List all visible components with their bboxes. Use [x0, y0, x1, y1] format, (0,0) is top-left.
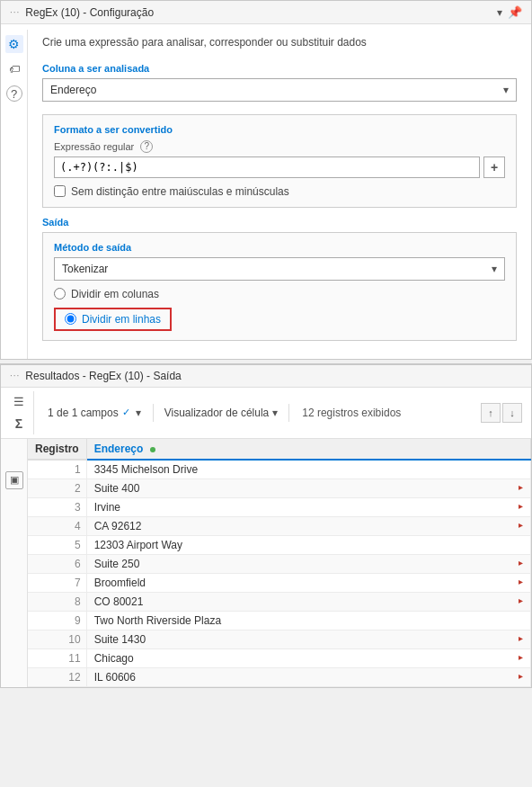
format-section-label: Formato a ser convertido [54, 124, 505, 135]
sort-arrows: ↑ ↓ [481, 403, 522, 423]
top-panel: ··· RegEx (10) - Configuração ▾ 📌 ⚙ 🏷 ? … [0, 0, 532, 360]
row-address: IL 60606▸ [86, 667, 530, 686]
row-address: 12303 Airport Way [86, 535, 530, 554]
row-number: 10 [28, 630, 86, 648]
case-insensitive-row: Sem distinção entre maiúsculas e minúscu… [54, 185, 505, 198]
truncate-icon: ▸ [519, 671, 523, 681]
fields-chevron-icon: ▾ [136, 407, 141, 419]
row-number: 12 [28, 667, 86, 686]
tag-sidebar-icon[interactable]: 🏷 [5, 60, 23, 78]
table-row[interactable]: 12IL 60606▸ [28, 667, 531, 686]
output-section: Saída Método de saída Tokenizar ▾ Dividi… [42, 217, 517, 341]
table-row[interactable]: 13345 Michelson Drive [28, 460, 531, 479]
table-row[interactable]: 11Chicago▸ [28, 648, 531, 667]
table-row[interactable]: 3Irvine▸ [28, 497, 531, 516]
row-address: Chicago▸ [86, 648, 530, 667]
row-number: 5 [28, 535, 86, 554]
method-dropdown-icon: ▾ [492, 263, 497, 275]
fields-check-icon: ✓ [122, 407, 130, 418]
radio-lines-label: Dividir em linhas [82, 313, 161, 326]
regex-label-row: Expressão regular ? [54, 140, 505, 153]
sort-up-button[interactable]: ↑ [481, 403, 501, 423]
regex-label: Expressão regular [54, 141, 134, 152]
truncate-icon: ▸ [519, 482, 523, 492]
help-sidebar-icon[interactable]: ? [6, 85, 22, 102]
row-address: Irvine▸ [86, 497, 530, 516]
records-count-badge: 12 registros exibidos [295, 405, 408, 421]
row-address: CA 92612▸ [86, 516, 530, 535]
row-number: 11 [28, 648, 86, 667]
radio-split-lines: Dividir em linhas [54, 308, 505, 331]
format-section: Formato a ser convertido Expressão regul… [42, 114, 517, 208]
left-icons-col: ☰ Σ [10, 391, 34, 434]
results-drag-handle: ··· [10, 371, 20, 380]
panel-title: RegEx (10) - Configuração [25, 6, 154, 19]
table-view-icon[interactable]: ☰ [10, 393, 28, 411]
title-bar: ··· RegEx (10) - Configuração ▾ 📌 [1, 1, 531, 24]
row-number: 7 [28, 573, 86, 592]
bottom-panel: ··· Resultados - RegEx (10) - Saída ☰ Σ … [0, 363, 532, 688]
column-section-label: Coluna a ser analisada [42, 63, 517, 74]
cell-viewer-chevron-icon: ▾ [272, 407, 278, 419]
method-dropdown-value: Tokenizar [62, 263, 108, 275]
table-row[interactable]: 7Broomfield▸ [28, 573, 531, 592]
regex-input[interactable] [54, 157, 480, 178]
row-number: 3 [28, 497, 86, 516]
row-address: Suite 400▸ [86, 478, 530, 497]
method-row: Método de saída Tokenizar ▾ Dividir em c… [42, 232, 517, 341]
row-number: 8 [28, 592, 86, 611]
truncate-icon: ▸ [519, 520, 523, 530]
results-table-wrapper: ▣ Registro Endereço 13345 Michelson Driv… [1, 439, 531, 687]
table-row[interactable]: 2Suite 400▸ [28, 478, 531, 497]
title-bar-icons: ▾ 📌 [497, 5, 522, 19]
row-address: Suite 1430▸ [86, 630, 530, 648]
radio-lines-input[interactable] [65, 313, 76, 325]
truncate-icon: ▸ [519, 558, 523, 568]
row-number: 2 [28, 478, 86, 497]
results-title: Resultados - RegEx (10) - Saída [25, 370, 181, 382]
collapse-icon[interactable]: ▾ [497, 6, 502, 19]
pin-icon[interactable]: 📌 [508, 5, 522, 19]
results-left-sidebar: ▣ [1, 439, 28, 687]
column-dropdown-icon: ▾ [503, 84, 509, 96]
row-address: Two North Riverside Plaza [86, 611, 530, 630]
results-title-bar: ··· Resultados - RegEx (10) - Saída [1, 365, 531, 388]
description-text: Crie uma expressão para analisar, corres… [42, 35, 517, 50]
table-row[interactable]: 512303 Airport Way [28, 535, 531, 554]
truncate-icon: ▸ [519, 577, 523, 586]
case-insensitive-checkbox[interactable] [54, 185, 66, 197]
table-row[interactable]: 10Suite 1430▸ [28, 630, 531, 648]
row-address: Suite 250▸ [86, 554, 530, 573]
output-section-label: Saída [42, 217, 517, 228]
regex-help-icon[interactable]: ? [140, 140, 153, 153]
data-table: Registro Endereço 13345 Michelson Drive2… [28, 439, 531, 687]
radio-group: Dividir em colunas Dividir em linhas [54, 288, 505, 331]
cell-viewer-label: Visualizador de célula [164, 407, 270, 419]
sum-icon[interactable]: Σ [10, 415, 28, 433]
radio-lines-box[interactable]: Dividir em linhas [54, 308, 172, 331]
regex-row: + [54, 157, 505, 178]
cell-viewer-button[interactable]: Visualizador de célula ▾ [159, 405, 284, 421]
radio-columns-input[interactable] [54, 288, 66, 300]
row-number: 4 [28, 516, 86, 535]
fields-count-dropdown[interactable]: 1 de 1 campos ✓ ▾ [41, 404, 147, 422]
row-address: CO 80021▸ [86, 592, 530, 611]
toolbar-separator-2 [288, 404, 289, 422]
method-dropdown[interactable]: Tokenizar ▾ [54, 257, 505, 281]
column-dropdown[interactable]: Endereço ▾ [42, 78, 517, 102]
fields-count-label: 1 de 1 campos [48, 407, 119, 419]
truncate-icon: ▸ [519, 595, 523, 605]
table-row[interactable]: 6Suite 250▸ [28, 554, 531, 573]
sort-down-button[interactable]: ↓ [502, 403, 522, 423]
row-number: 6 [28, 554, 86, 573]
main-content: Crie uma expressão para analisar, corres… [28, 24, 531, 359]
table-row[interactable]: 4CA 92612▸ [28, 516, 531, 535]
case-insensitive-label: Sem distinção entre maiúsculas e minúscu… [71, 185, 289, 198]
table-row[interactable]: 8CO 80021▸ [28, 592, 531, 611]
table-row[interactable]: 9Two North Riverside Plaza [28, 611, 531, 630]
settings-sidebar-icon[interactable]: ⚙ [5, 35, 23, 53]
add-regex-button[interactable]: + [483, 157, 505, 178]
truncate-icon: ▸ [519, 501, 523, 511]
truncate-icon: ▸ [519, 633, 523, 643]
row-selector-icon[interactable]: ▣ [5, 471, 23, 489]
